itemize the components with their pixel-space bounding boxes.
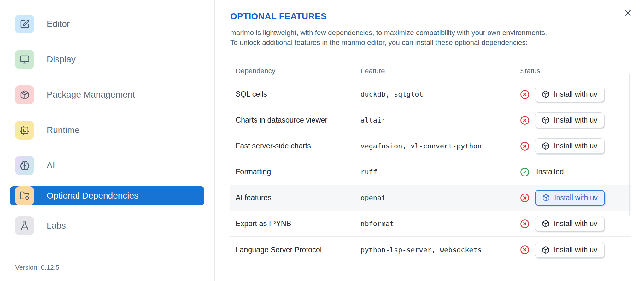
dependency-cell: Export as IPYNB bbox=[236, 219, 360, 228]
package-cube-icon bbox=[542, 116, 550, 124]
optional-features-panel: OPTIONAL FEATURES marimo is lightweight,… bbox=[215, 0, 644, 281]
install-with-uv-button[interactable]: Install with uv bbox=[535, 190, 605, 206]
status-cell: Install with uv bbox=[520, 112, 631, 128]
settings-dialog: Editor Display Package Management Runtim… bbox=[0, 0, 644, 281]
package-cube-icon bbox=[542, 194, 550, 202]
column-header-feature: Feature bbox=[360, 67, 520, 75]
circle-x-icon bbox=[520, 90, 530, 99]
brain-icon bbox=[15, 156, 34, 175]
dependency-cell: Formatting bbox=[236, 168, 360, 176]
install-with-uv-button[interactable]: Install with uv bbox=[535, 138, 604, 154]
cpu-icon bbox=[15, 121, 34, 140]
table-row: Charts in datasource viewer altair Insta… bbox=[230, 107, 631, 133]
status-cell: Install with uv bbox=[520, 242, 631, 258]
package-cube-icon bbox=[542, 90, 550, 98]
sidebar-nav: Editor Display Package Management Runtim… bbox=[15, 15, 204, 235]
monitor-icon bbox=[15, 50, 34, 69]
sidebar-item-package-management[interactable]: Package Management bbox=[15, 85, 204, 104]
table-row: Formatting ruff Installed bbox=[230, 159, 631, 185]
column-header-dependency: Dependency bbox=[236, 67, 360, 75]
dependency-cell: SQL cells bbox=[236, 90, 360, 99]
status-cell: Install with uv bbox=[520, 216, 631, 231]
circle-x-icon bbox=[520, 219, 530, 229]
folder-cog-icon bbox=[15, 186, 34, 205]
sidebar-item-optional-dependencies[interactable]: Optional Dependencies bbox=[10, 186, 204, 205]
package-cube-icon bbox=[542, 142, 550, 150]
package-cube-icon bbox=[542, 246, 550, 254]
installed-label: Installed bbox=[536, 168, 564, 176]
version-label: Version: 0.12.5 bbox=[15, 264, 59, 271]
table-header: Dependency Feature Status bbox=[230, 61, 631, 81]
package-icon bbox=[15, 85, 34, 104]
sidebar-item-display[interactable]: Display bbox=[15, 50, 204, 69]
sidebar-item-runtime[interactable]: Runtime bbox=[15, 121, 204, 140]
circle-x-icon bbox=[520, 193, 530, 203]
dependency-cell: Charts in datasource viewer bbox=[236, 116, 360, 124]
table-row: AI features openai Install with uv bbox=[230, 185, 631, 211]
feature-cell: duckdb, sqlglot bbox=[360, 90, 520, 98]
page-title: OPTIONAL FEATURES bbox=[230, 11, 644, 21]
edit-icon bbox=[15, 15, 34, 33]
table-row: Export as IPYNB nbformat Install with uv bbox=[230, 211, 631, 237]
dependency-cell: Language Server Protocol bbox=[236, 246, 360, 254]
close-icon[interactable] bbox=[623, 8, 633, 18]
feature-cell: nbformat bbox=[360, 220, 520, 228]
sidebar-item-label: Runtime bbox=[47, 125, 79, 135]
dependency-cell: AI features bbox=[236, 194, 360, 202]
circle-x-icon bbox=[520, 141, 530, 151]
scrollbar-track[interactable] bbox=[629, 74, 630, 217]
sidebar-item-label: AI bbox=[47, 160, 55, 170]
table-row: SQL cells duckdb, sqlglot Install with u… bbox=[230, 81, 631, 107]
feature-cell: openai bbox=[360, 194, 520, 202]
status-cell: Install with uv bbox=[520, 190, 631, 206]
page-description: marimo is lightweight, with few dependen… bbox=[230, 28, 644, 47]
install-with-uv-button[interactable]: Install with uv bbox=[535, 112, 604, 128]
sidebar-item-label: Labs bbox=[47, 221, 66, 231]
sidebar-item-label: Optional Dependencies bbox=[47, 191, 138, 201]
install-with-uv-button[interactable]: Install with uv bbox=[535, 87, 604, 102]
sidebar-item-ai[interactable]: AI bbox=[15, 156, 204, 175]
flask-icon bbox=[15, 216, 34, 235]
sidebar-item-editor[interactable]: Editor bbox=[15, 15, 204, 33]
sidebar-item-label: Display bbox=[47, 54, 76, 64]
sidebar-item-label: Editor bbox=[47, 19, 70, 29]
column-header-status: Status bbox=[520, 67, 631, 75]
dependency-cell: Fast server-side charts bbox=[236, 142, 360, 150]
table-row: Fast server-side charts vegafusion, vl-c… bbox=[230, 133, 631, 159]
sidebar-item-labs[interactable]: Labs bbox=[15, 216, 204, 235]
sidebar-item-label: Package Management bbox=[47, 90, 135, 100]
package-cube-icon bbox=[542, 220, 550, 228]
feature-cell: ruff bbox=[360, 168, 520, 176]
settings-sidebar: Editor Display Package Management Runtim… bbox=[0, 0, 215, 281]
circle-x-icon bbox=[520, 116, 530, 125]
dependencies-table: Dependency Feature Status SQL cells duck… bbox=[230, 61, 631, 263]
feature-cell: vegafusion, vl-convert-python bbox=[360, 142, 520, 150]
install-with-uv-button[interactable]: Install with uv bbox=[535, 216, 604, 231]
circle-check-icon bbox=[520, 167, 530, 177]
feature-cell: altair bbox=[360, 116, 520, 124]
circle-x-icon bbox=[520, 245, 530, 254]
table-row: Language Server Protocol python-lsp-serv… bbox=[230, 237, 631, 263]
status-cell: Install with uv bbox=[520, 87, 631, 102]
feature-cell: python-lsp-server, websockets bbox=[360, 246, 520, 254]
status-cell: Installed bbox=[520, 167, 631, 177]
install-with-uv-button[interactable]: Install with uv bbox=[535, 242, 604, 258]
status-cell: Install with uv bbox=[520, 138, 631, 154]
